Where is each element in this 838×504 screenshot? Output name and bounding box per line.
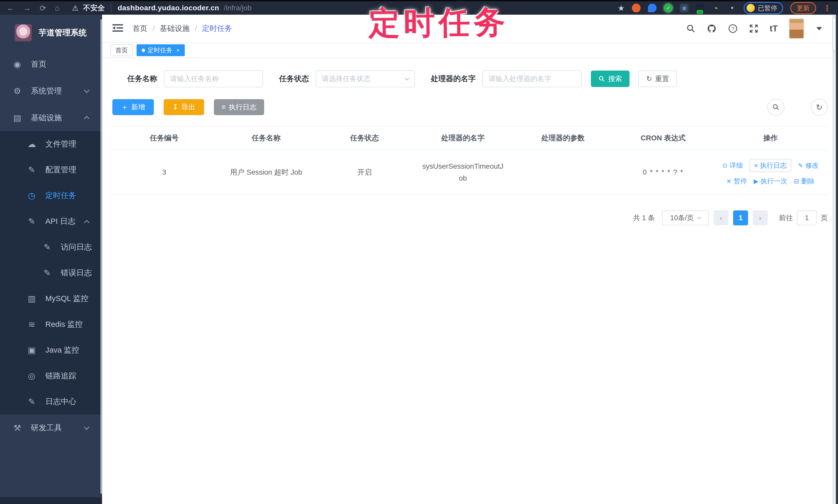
- sidebar-item-dev-tools[interactable]: ⚒ 研发工具: [0, 414, 102, 441]
- delete-link[interactable]: ⊟删除: [794, 177, 815, 186]
- sidebar-item-tracing[interactable]: ◎ 链路追踪: [0, 363, 102, 389]
- edit-link[interactable]: ✎修改: [798, 161, 819, 170]
- redis-layers-icon: ≋: [26, 319, 38, 329]
- sidebar-item-redis-monitor[interactable]: ≋ Redis 监控: [0, 311, 102, 337]
- col-handler-params: 处理器的参数: [513, 126, 613, 150]
- browser-reload-icon[interactable]: ⟳: [40, 4, 46, 13]
- edit-icon: ✎: [798, 162, 803, 169]
- exec-log-link[interactable]: ≡执行日志: [750, 159, 791, 172]
- goto-page-input[interactable]: [797, 211, 817, 226]
- avatar-caret-icon[interactable]: [816, 27, 822, 30]
- extensions-puzzle-icon[interactable]: ✦: [728, 4, 736, 12]
- sidebar-item-api-log[interactable]: ✎ API 日志: [0, 208, 102, 234]
- sidebar-item-access-log[interactable]: ✎ 访问日志: [0, 234, 102, 260]
- log-list-icon: ≡: [754, 162, 758, 169]
- exec-log-button[interactable]: ≡ 执行日志: [214, 99, 264, 115]
- handler-name-input[interactable]: [483, 70, 581, 87]
- svg-text:?: ?: [732, 26, 734, 32]
- breadcrumb-separator: /: [153, 24, 155, 33]
- font-size-icon[interactable]: tT: [770, 24, 778, 34]
- sidebar-item-label: 定时任务: [45, 190, 76, 201]
- browser-menu-icon[interactable]: ⋮: [823, 4, 831, 13]
- active-dot-icon: [142, 49, 145, 52]
- page-scrollbar-thumb[interactable]: [833, 17, 836, 51]
- on-badge: on: [697, 10, 703, 14]
- extension-icon-orange[interactable]: [632, 4, 641, 12]
- sidebar-item-mysql-monitor[interactable]: ▥ MySQL 监控: [0, 286, 102, 311]
- infrastructure-submenu: ☁ 文件管理 ✎ 配置管理 ◷ 定时任务 ✎ API 日志 ✎ 访问日志 ✎ 错…: [0, 131, 102, 414]
- collapse-sidebar-icon[interactable]: [112, 24, 123, 34]
- extension-icon-grid[interactable]: ▦: [680, 4, 688, 12]
- url-host[interactable]: dashboard.yudao.iocoder.cn: [118, 4, 219, 12]
- insecure-label[interactable]: 不安全: [83, 3, 105, 13]
- goto-label: 前往: [779, 213, 793, 222]
- sidebar-item-infrastructure[interactable]: ▤ 基础设施: [0, 104, 102, 131]
- log-list-icon: ≡: [222, 103, 226, 111]
- gear-icon: ⚙: [11, 86, 23, 96]
- sidebar-item-label: 链路追踪: [45, 371, 76, 381]
- chevron-up-icon: [84, 220, 89, 226]
- job-status-select[interactable]: 请选择任务状态: [316, 70, 415, 87]
- sidebar-item-java-monitor[interactable]: ▣ Java 监控: [0, 337, 102, 363]
- tag-scheduled-tasks[interactable]: 定时任务 ×: [137, 44, 185, 56]
- job-status-label: 任务状态: [279, 74, 309, 84]
- reset-button[interactable]: ↻ 重置: [638, 71, 677, 87]
- current-page-button[interactable]: 1: [733, 211, 748, 226]
- extension-icon-green-check[interactable]: ✓: [664, 4, 673, 12]
- col-job-id: 任务编号: [112, 126, 216, 150]
- sidebar-item-system-management[interactable]: ⚙ 系统管理: [0, 77, 102, 104]
- paused-pill[interactable]: 已暂停: [744, 2, 783, 14]
- sidebar-item-home[interactable]: ◉ 首页: [0, 51, 102, 77]
- extension-icon-blue-drop[interactable]: [648, 4, 657, 12]
- sidebar-scrollbar[interactable]: [101, 19, 102, 494]
- next-page-button[interactable]: ›: [753, 211, 768, 226]
- run-once-link[interactable]: ▶执行一次: [754, 177, 787, 186]
- job-status-placeholder: 请选择任务状态: [322, 74, 370, 84]
- page-scrollbar[interactable]: [832, 15, 838, 504]
- tags-view-bar: 首页 定时任务 ×: [102, 43, 832, 58]
- user-avatar[interactable]: [789, 19, 804, 39]
- help-icon[interactable]: ?: [728, 24, 738, 34]
- extension-icon-dark[interactable]: on: [696, 4, 704, 12]
- emoji-face-icon: [747, 4, 755, 12]
- reset-button-label: 重置: [655, 74, 669, 84]
- toggle-search-button[interactable]: [767, 98, 784, 115]
- refresh-table-button[interactable]: ↻: [811, 98, 828, 115]
- breadcrumb-infrastructure[interactable]: 基础设施: [160, 23, 190, 34]
- tag-home[interactable]: 首页: [110, 44, 133, 56]
- search-button[interactable]: 搜索: [591, 71, 630, 87]
- trash-icon: ⊟: [794, 178, 799, 185]
- table-toolbar: ＋ 新增 ↧ 导出 ≡ 执行日志 ↻: [112, 98, 828, 115]
- sidebar-item-log-center[interactable]: ✎ 日志中心: [0, 389, 102, 414]
- tag-label: 定时任务: [148, 46, 172, 54]
- sidebar-item-config-management[interactable]: ✎ 配置管理: [0, 157, 102, 183]
- browser-back-icon[interactable]: ←: [7, 4, 14, 13]
- fullscreen-icon[interactable]: [749, 24, 758, 33]
- pause-link[interactable]: ✕暂停: [727, 177, 747, 186]
- app-logo[interactable]: 芋道管理系统: [0, 15, 102, 51]
- page-size-select[interactable]: 10条/页: [662, 211, 709, 226]
- extension-icon-leaf[interactable]: ❧: [712, 4, 720, 12]
- handwritten-annotation: 定时任务: [368, 1, 509, 45]
- update-button[interactable]: 更新: [790, 2, 816, 14]
- prev-page-button[interactable]: ‹: [714, 211, 729, 226]
- detail-link[interactable]: ⊙详细: [722, 161, 743, 170]
- sidebar-item-scheduled-tasks[interactable]: ◷ 定时任务: [0, 183, 102, 208]
- browser-forward-icon[interactable]: →: [23, 4, 31, 13]
- github-icon[interactable]: [707, 24, 717, 34]
- breadcrumb-home[interactable]: 首页: [133, 23, 147, 34]
- sidebar-item-file-management[interactable]: ☁ 文件管理: [0, 131, 102, 157]
- browser-home-icon[interactable]: ⌂: [55, 4, 59, 13]
- address-bar[interactable]: ⚠ 不安全 dashboard.yudao.iocoder.cn/infra/j…: [72, 3, 251, 13]
- close-icon[interactable]: ×: [176, 48, 180, 53]
- pause-x-icon: ✕: [727, 178, 732, 185]
- error-log-icon: ✎: [41, 268, 53, 278]
- bookmark-star-icon[interactable]: ★: [618, 4, 625, 13]
- app-title: 芋道管理系统: [39, 27, 87, 38]
- cron-cell: 0 * * * * ? *: [613, 150, 713, 195]
- search-icon[interactable]: [686, 24, 696, 33]
- add-button[interactable]: ＋ 新增: [112, 99, 154, 115]
- job-name-input[interactable]: [164, 70, 263, 87]
- export-button[interactable]: ↧ 导出: [164, 99, 204, 115]
- sidebar-item-error-log[interactable]: ✎ 错误日志: [0, 260, 102, 286]
